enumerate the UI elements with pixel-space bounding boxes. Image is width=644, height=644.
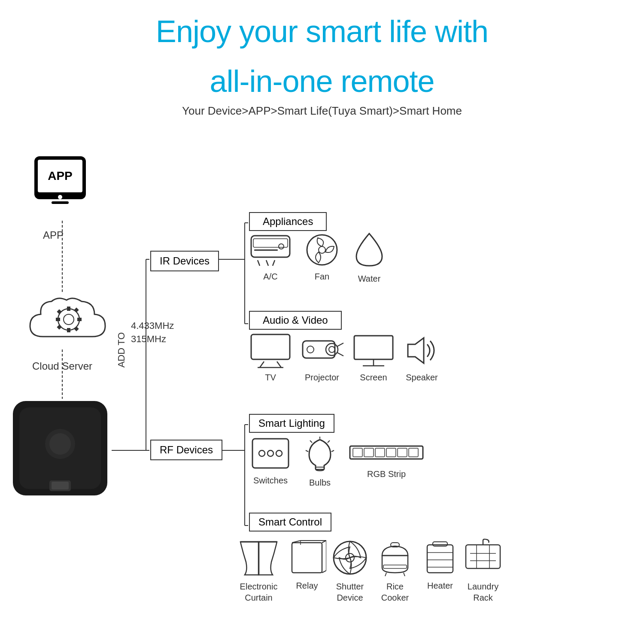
title-line1: Enjoy your smart life with	[0, 0, 644, 50]
heater-icon	[421, 538, 459, 577]
heater-icon-item: Heater	[421, 538, 459, 591]
screen-icon-item: Screen	[352, 332, 395, 383]
svg-line-68	[331, 450, 334, 452]
water-icon	[352, 231, 386, 270]
svg-line-53	[337, 352, 343, 356]
rgb-strip-icon-item: RGB Strip	[348, 440, 425, 479]
svg-point-40	[279, 244, 284, 249]
tv-icon-item: TV	[249, 332, 292, 383]
svg-rect-44	[251, 334, 290, 359]
svg-rect-72	[375, 448, 385, 457]
bulbs-icon-item: Bulbs	[301, 435, 339, 488]
ac-icon-item: A/C	[249, 234, 292, 282]
svg-rect-74	[398, 448, 407, 457]
svg-rect-92	[433, 542, 447, 546]
cloud-icon	[26, 294, 94, 349]
rice-cooker-icon-item: RiceCooker	[376, 538, 414, 603]
speaker-icon-item: Speaker	[401, 332, 442, 383]
rice-cooker-label: RiceCooker	[376, 581, 414, 603]
tv-icon	[249, 332, 292, 369]
svg-rect-88	[383, 565, 407, 568]
switches-label: Switches	[249, 476, 292, 486]
svg-point-51	[307, 346, 314, 353]
svg-rect-26	[74, 326, 79, 331]
subtitle: Your Device>APP>Smart Life(Tuya Smart)>S…	[0, 104, 644, 118]
bulbs-label: Bulbs	[301, 478, 339, 488]
shutter-icon-item: ShutterDevice	[331, 538, 369, 603]
svg-rect-22	[67, 328, 70, 332]
projector-label: Projector	[298, 373, 346, 383]
cloud-server-label: Cloud Server	[32, 360, 92, 373]
speaker-icon	[401, 332, 442, 369]
svg-point-50	[329, 346, 335, 352]
svg-rect-18	[52, 201, 69, 204]
svg-rect-23	[56, 318, 60, 321]
svg-rect-96	[466, 545, 500, 568]
svg-line-38	[266, 260, 268, 266]
svg-rect-77	[292, 543, 322, 573]
rgb-strip-label: RGB Strip	[348, 469, 425, 479]
svg-rect-27	[57, 325, 61, 329]
smart-control-category-box: Smart Control	[249, 513, 331, 532]
bulbs-icon	[301, 435, 339, 474]
curtain-icon-item: ElectronicCurtain	[238, 538, 279, 603]
svg-line-82	[322, 571, 326, 573]
appliances-category-box: Appliances	[249, 212, 327, 231]
rgb-strip-icon	[348, 440, 425, 465]
water-label: Water	[352, 274, 386, 284]
svg-rect-58	[252, 439, 289, 468]
curtain-label: ElectronicCurtain	[238, 581, 279, 603]
relay-icon	[288, 538, 326, 577]
relay-label: Relay	[288, 581, 326, 591]
svg-rect-21	[67, 307, 70, 311]
laundry-rack-icon-item: LaundryRack	[464, 538, 502, 603]
svg-point-61	[276, 450, 282, 456]
device-image	[9, 397, 112, 500]
svg-point-17	[58, 195, 62, 199]
svg-text:APP: APP	[48, 169, 73, 182]
ac-icon	[249, 234, 292, 268]
diagram-area: APP APP	[0, 126, 644, 644]
projector-icon-item: Projector	[298, 332, 346, 383]
svg-rect-25	[74, 307, 79, 312]
svg-point-59	[259, 450, 265, 456]
ac-label: A/C	[249, 272, 292, 282]
shutter-label: ShutterDevice	[331, 581, 369, 603]
rice-cooker-icon	[376, 538, 414, 577]
ir-devices-box: IR Devices	[150, 251, 219, 271]
svg-line-65	[310, 440, 312, 443]
fan-label: Fan	[301, 272, 343, 282]
svg-line-90	[404, 573, 405, 576]
frequency-label: 4.433MHz315MHz	[131, 319, 174, 346]
projector-icon	[298, 332, 346, 369]
svg-rect-36	[253, 239, 288, 247]
svg-rect-91	[427, 545, 453, 573]
svg-line-66	[328, 440, 330, 443]
heater-label: Heater	[421, 581, 459, 591]
app-icon: APP	[26, 152, 94, 221]
svg-line-89	[385, 573, 386, 576]
svg-line-39	[273, 260, 275, 266]
laundry-rack-icon	[464, 538, 502, 577]
smart-lighting-category-box: Smart Lighting	[249, 414, 334, 433]
svg-point-34	[49, 433, 71, 455]
svg-line-37	[258, 260, 260, 266]
svg-rect-75	[409, 448, 418, 457]
tv-label: TV	[249, 373, 292, 383]
svg-rect-54	[354, 336, 393, 359]
laundry-rack-label: LaundryRack	[464, 581, 502, 603]
curtain-icon	[238, 538, 279, 577]
speaker-label: Speaker	[401, 373, 442, 383]
fan-icon	[301, 234, 343, 268]
title-line2: all-in-one remote	[0, 50, 644, 100]
svg-rect-32	[52, 482, 69, 489]
screen-label: Screen	[352, 373, 395, 383]
screen-icon	[352, 332, 395, 369]
svg-point-20	[64, 314, 74, 325]
svg-point-43	[319, 246, 325, 253]
shutter-icon	[331, 538, 369, 577]
main-title: Enjoy your smart life with all-in-one re…	[0, 0, 644, 100]
svg-point-60	[267, 450, 273, 456]
rf-devices-box: RF Devices	[150, 440, 222, 460]
audio-video-category-box: Audio & Video	[249, 311, 342, 330]
